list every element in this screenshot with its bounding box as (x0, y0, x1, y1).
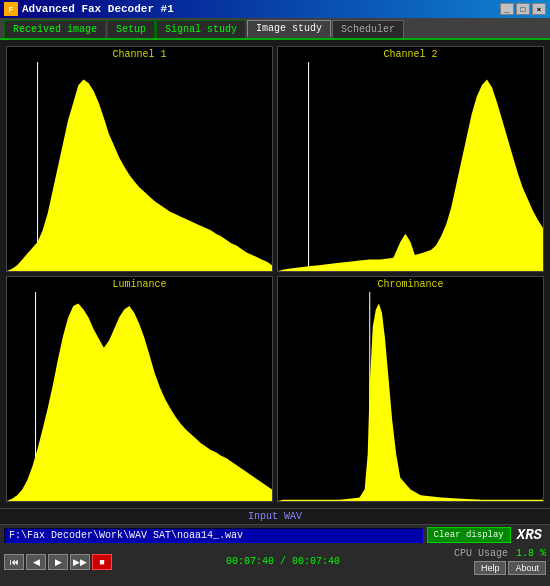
tab-scheduler[interactable]: Scheduler (332, 20, 404, 38)
maximize-button[interactable]: □ (516, 3, 530, 15)
app-title: Advanced Fax Decoder #1 (22, 3, 174, 15)
time-display: 00:07:40 / 00:07:40 (112, 556, 454, 567)
tab-bar: Received image Setup Signal study Image … (0, 18, 550, 40)
minimize-button[interactable]: _ (500, 3, 514, 15)
transport-buttons: ⏮ ◀ ▶ ▶▶ ■ (4, 554, 112, 570)
prev-button[interactable]: ◀ (26, 554, 46, 570)
clear-display-button[interactable]: Clear display (427, 527, 511, 543)
filepath-bar: F:\Fax Decoder\Work\WAV SAT\noaa14_.wav … (0, 525, 550, 545)
chart-chrominance-canvas (278, 292, 543, 501)
next-button[interactable]: ▶▶ (70, 554, 90, 570)
cpu-row: CPU Usage 1.8 % (454, 548, 546, 559)
svg-marker-4 (385, 234, 426, 271)
tab-image-study[interactable]: Image study (247, 20, 331, 38)
chart-chrominance: Chrominance (277, 276, 544, 502)
chart-channel2-title: Channel 2 (278, 47, 543, 62)
rewind-button[interactable]: ⏮ (4, 554, 24, 570)
tab-signal-study[interactable]: Signal study (156, 20, 246, 38)
app-icon: F (4, 2, 18, 16)
tab-received-image[interactable]: Received image (4, 20, 106, 38)
cpu-label: CPU Usage (454, 548, 508, 559)
svg-marker-1 (7, 79, 272, 271)
chart-chrominance-title: Chrominance (278, 277, 543, 292)
title-bar-controls: _ □ × (500, 3, 546, 15)
bottom-area: Input WAV F:\Fax Decoder\Work\WAV SAT\no… (0, 508, 550, 586)
chart-channel1-title: Channel 1 (7, 47, 272, 62)
chart-luminance: Luminance (6, 276, 273, 502)
action-buttons: Help About (474, 561, 546, 575)
chart-grid: Channel 1 Channel 2 (6, 46, 544, 502)
bottom-right-section: CPU Usage 1.8 % Help About (454, 548, 546, 575)
chart-channel1: Channel 1 (6, 46, 273, 272)
close-button[interactable]: × (532, 3, 546, 15)
stop-button[interactable]: ■ (92, 554, 112, 570)
filepath-display: F:\Fax Decoder\Work\WAV SAT\noaa14_.wav (4, 528, 423, 543)
help-button[interactable]: Help (474, 561, 507, 575)
chart-channel1-canvas (7, 62, 272, 271)
chart-channel2: Channel 2 (277, 46, 544, 272)
chart-luminance-title: Luminance (7, 277, 272, 292)
controls-row: ⏮ ◀ ▶ ▶▶ ■ 00:07:40 / 00:07:40 CPU Usage… (0, 545, 550, 578)
svg-marker-8 (278, 304, 543, 501)
play-button[interactable]: ▶ (48, 554, 68, 570)
title-bar: F Advanced Fax Decoder #1 _ □ × (0, 0, 550, 18)
chart-luminance-canvas (7, 292, 272, 501)
input-wav-label: Input WAV (0, 508, 550, 525)
cpu-value: 1.8 % (516, 548, 546, 559)
xrs-label: XRS (513, 527, 546, 543)
svg-marker-6 (7, 304, 272, 501)
about-button[interactable]: About (508, 561, 546, 575)
chart-channel2-canvas (278, 62, 543, 271)
tab-setup[interactable]: Setup (107, 20, 155, 38)
main-content: Channel 1 Channel 2 (0, 40, 550, 508)
